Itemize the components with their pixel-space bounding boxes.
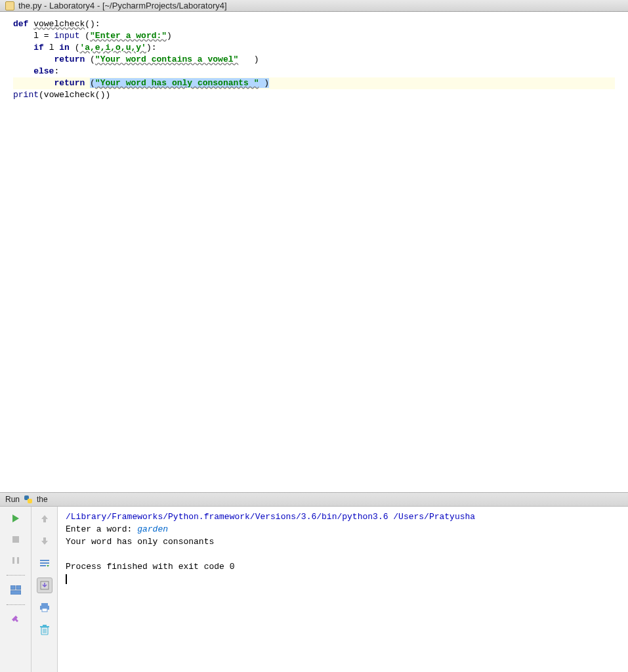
run-config-name: the xyxy=(37,495,48,504)
svg-rect-10 xyxy=(41,603,48,606)
clear-button[interactable] xyxy=(37,622,52,638)
run-tool-window: /Library/Frameworks/Python.framework/Ver… xyxy=(0,507,628,672)
code-editor[interactable]: def vowelcheck(): l = input ("Enter a wo… xyxy=(0,12,628,492)
run-panel-header[interactable]: Run the xyxy=(0,492,628,507)
svg-rect-2 xyxy=(17,557,19,564)
run-gutter-primary xyxy=(0,507,31,672)
scroll-down-button[interactable] xyxy=(37,533,52,549)
python-icon xyxy=(24,495,33,504)
svg-rect-4 xyxy=(16,585,21,589)
code-line-4: return ("Your word contains a vowel" ) xyxy=(13,54,259,64)
code-line-6-current: return ("Your word has only consonants "… xyxy=(13,77,615,89)
console-program-output: Your word has only consonants xyxy=(66,537,219,547)
gutter-separator xyxy=(7,575,25,576)
app-icon xyxy=(5,1,14,10)
svg-rect-6 xyxy=(40,560,49,561)
gutter-separator-2 xyxy=(7,604,25,605)
window-title: the.py - Laboratory4 - [~/PycharmProject… xyxy=(18,1,227,10)
pause-button[interactable] xyxy=(8,553,24,568)
soft-wrap-button[interactable] xyxy=(37,555,52,571)
layout-button[interactable] xyxy=(8,582,24,598)
window-titlebar: the.py - Laboratory4 - [~/PycharmProject… xyxy=(0,0,628,12)
console-exit-line: Process finished with exit code 0 xyxy=(66,562,234,572)
svg-rect-5 xyxy=(10,591,21,595)
svg-rect-15 xyxy=(43,625,47,626)
svg-rect-3 xyxy=(10,585,15,589)
scroll-up-button[interactable] xyxy=(37,511,52,526)
code-line-1: def vowelcheck(): xyxy=(13,19,100,29)
console-prompt: Enter a word: garden xyxy=(66,524,168,534)
run-gutter-secondary xyxy=(31,507,58,672)
svg-rect-12 xyxy=(42,608,47,612)
code-line-2: l = input ("Enter a word:") xyxy=(13,31,172,41)
interpreter-path: /Library/Frameworks/Python.framework/Ver… xyxy=(66,512,475,522)
console-cursor xyxy=(66,574,67,584)
rerun-button[interactable] xyxy=(8,511,24,526)
run-panel-label: Run xyxy=(5,495,20,504)
console-output[interactable]: /Library/Frameworks/Python.framework/Ver… xyxy=(58,507,628,672)
scroll-to-end-button[interactable] xyxy=(37,578,52,593)
code-line-5: else: xyxy=(13,66,59,76)
code-line-7: print(vowelcheck()) xyxy=(13,90,110,100)
svg-rect-7 xyxy=(40,562,49,564)
code-line-3: if l in ('a,e,i,o,u,y'): xyxy=(13,43,156,52)
svg-rect-14 xyxy=(40,626,49,627)
svg-rect-0 xyxy=(12,536,19,543)
print-button[interactable] xyxy=(37,600,52,616)
svg-rect-1 xyxy=(12,557,14,564)
svg-rect-8 xyxy=(40,565,46,566)
stop-button[interactable] xyxy=(8,532,24,547)
pin-button[interactable] xyxy=(8,612,24,627)
